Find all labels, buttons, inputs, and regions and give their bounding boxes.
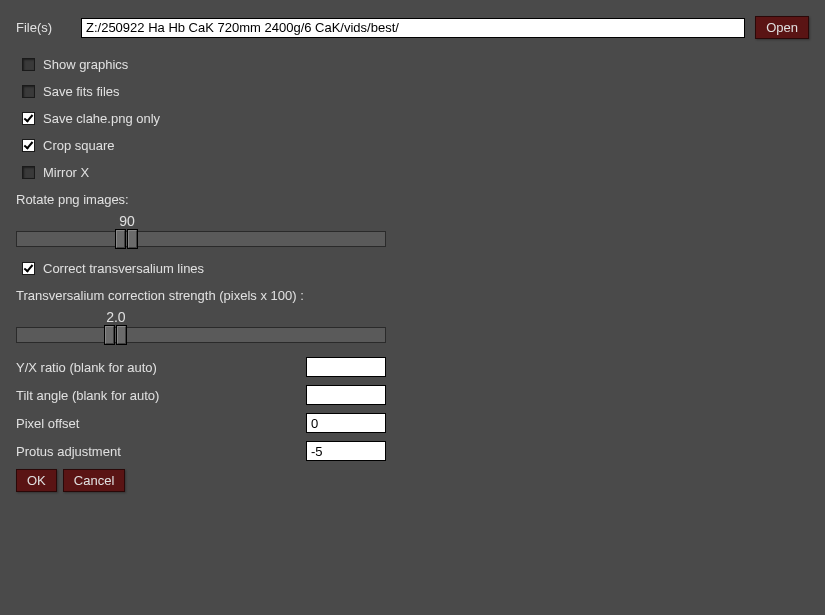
crop-square-checkbox[interactable] [22, 139, 35, 152]
file-path-input[interactable] [81, 18, 745, 38]
rotate-value: 90 [119, 213, 135, 229]
save-clahe-label: Save clahe.png only [43, 111, 160, 126]
correct-trans-checkbox[interactable] [22, 262, 35, 275]
tilt-angle-input[interactable] [306, 385, 386, 405]
tilt-angle-label: Tilt angle (blank for auto) [16, 388, 306, 403]
yx-ratio-input[interactable] [306, 357, 386, 377]
crop-square-label: Crop square [43, 138, 115, 153]
pixel-offset-label: Pixel offset [16, 416, 306, 431]
protus-input[interactable] [306, 441, 386, 461]
save-fits-checkbox[interactable] [22, 85, 35, 98]
trans-value: 2.0 [106, 309, 125, 325]
rotate-slider-thumb[interactable] [115, 229, 139, 249]
cancel-button[interactable]: Cancel [63, 469, 125, 492]
show-graphics-checkbox[interactable] [22, 58, 35, 71]
trans-slider-thumb[interactable] [104, 325, 128, 345]
save-fits-label: Save fits files [43, 84, 120, 99]
open-button[interactable]: Open [755, 16, 809, 39]
rotate-slider[interactable]: 90 [16, 213, 386, 247]
trans-slider[interactable]: 2.0 [16, 309, 386, 343]
mirror-x-checkbox[interactable] [22, 166, 35, 179]
ok-button[interactable]: OK [16, 469, 57, 492]
trans-label: Transversalium correction strength (pixe… [16, 288, 809, 303]
protus-label: Protus adjustment [16, 444, 306, 459]
mirror-x-label: Mirror X [43, 165, 89, 180]
correct-trans-label: Correct transversalium lines [43, 261, 204, 276]
file-label: File(s) [16, 20, 71, 35]
save-clahe-checkbox[interactable] [22, 112, 35, 125]
yx-ratio-label: Y/X ratio (blank for auto) [16, 360, 306, 375]
show-graphics-label: Show graphics [43, 57, 128, 72]
rotate-label: Rotate png images: [16, 192, 809, 207]
pixel-offset-input[interactable] [306, 413, 386, 433]
